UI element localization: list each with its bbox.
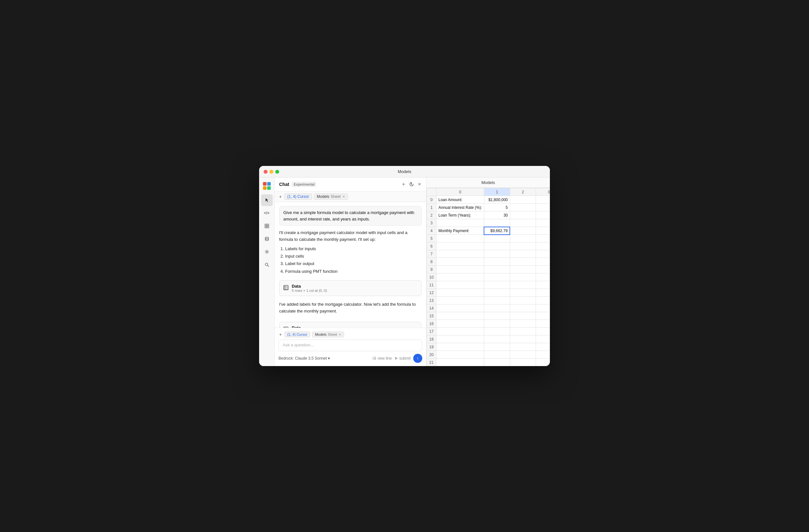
cell-5-3[interactable] [536,235,550,243]
cell-12-1[interactable] [484,289,510,297]
cell-0-3[interactable] [536,196,550,204]
cell-16-0[interactable] [436,320,484,327]
cell-2-2[interactable] [510,211,536,219]
cell-9-3[interactable] [536,266,550,273]
cell-5-1[interactable] [484,235,510,243]
cell-16-3[interactable] [536,320,550,327]
cell-4-2[interactable] [510,227,536,235]
cell-15-1[interactable] [484,312,510,320]
cell-13-3[interactable] [536,297,550,304]
cell-10-3[interactable] [536,273,550,281]
close-dot[interactable] [264,170,268,174]
sidebar-item-search[interactable] [261,259,273,270]
cell-6-3[interactable] [536,243,550,250]
cell-20-2[interactable] [510,351,536,359]
cell-13-1[interactable] [484,297,510,304]
cell-2-1[interactable]: 30 [484,211,510,219]
cell-0-2[interactable] [510,196,536,204]
cell-19-1[interactable] [484,343,510,351]
cell-9-2[interactable] [510,266,536,273]
cell-7-0[interactable] [436,250,484,258]
cell-3-3[interactable] [536,219,550,227]
cell-19-2[interactable] [510,343,536,351]
cell-14-3[interactable] [536,304,550,312]
model-selector[interactable]: Bedrock: Claude 3.5 Sonnet ▾ [278,356,330,360]
cell-4-3[interactable] [536,227,550,235]
cell-18-1[interactable] [484,335,510,343]
cell-17-3[interactable] [536,327,550,335]
cell-15-3[interactable] [536,312,550,320]
cell-17-1[interactable] [484,327,510,335]
data-card-2[interactable]: Data 5 rows × 1 col at (1, 0) [279,322,421,327]
cell-17-2[interactable] [510,327,536,335]
input-remove-context-button[interactable]: × [339,333,341,336]
cell-15-0[interactable] [436,312,484,320]
cell-8-1[interactable] [484,258,510,266]
cell-20-1[interactable] [484,351,510,359]
cell-6-0[interactable] [436,243,484,250]
minimize-dot[interactable] [270,170,273,174]
chat-history-button[interactable] [408,181,415,188]
cell-1-3[interactable] [536,204,550,211]
cell-11-3[interactable] [536,281,550,289]
remove-context-button[interactable]: × [343,194,345,199]
cell-21-2[interactable] [510,359,536,367]
cell-21-0[interactable] [436,359,484,367]
cell-14-0[interactable] [436,304,484,312]
cell-18-2[interactable] [510,335,536,343]
cell-2-3[interactable] [536,211,550,219]
cell-16-1[interactable] [484,320,510,327]
cell-19-3[interactable] [536,343,550,351]
cell-16-2[interactable] [510,320,536,327]
add-chat-button[interactable]: + [401,181,406,188]
cell-7-3[interactable] [536,250,550,258]
cell-14-1[interactable] [484,304,510,312]
col-header-1[interactable]: 1 [484,188,510,196]
cell-20-0[interactable] [436,351,484,359]
cell-7-1[interactable] [484,250,510,258]
cell-4-0[interactable]: Monthly Payment: [436,227,484,235]
cell-5-2[interactable] [510,235,536,243]
cell-8-3[interactable] [536,258,550,266]
cell-18-0[interactable] [436,335,484,343]
close-chat-button[interactable]: × [417,181,421,188]
cell-0-1[interactable]: $1,800,000 [484,196,510,204]
cell-14-2[interactable] [510,304,536,312]
cell-1-0[interactable]: Annual Interest Rate (%): [436,204,484,211]
col-header-0[interactable]: 0 [436,188,484,196]
cell-5-0[interactable] [436,235,484,243]
sidebar-item-code[interactable]: </> [261,207,273,219]
cell-8-2[interactable] [510,258,536,266]
cell-1-2[interactable] [510,204,536,211]
add-context-button[interactable]: + [278,193,282,200]
cell-15-2[interactable] [510,312,536,320]
cell-10-1[interactable] [484,273,510,281]
cell-6-1[interactable] [484,243,510,250]
cell-21-3[interactable] [536,359,550,367]
cell-8-0[interactable] [436,258,484,266]
cell-3-0[interactable] [436,219,484,227]
cell-3-2[interactable] [510,219,536,227]
chat-input-placeholder[interactable]: Ask a question... [278,340,422,351]
cell-1-1[interactable]: 5 [484,204,510,211]
cell-11-0[interactable] [436,281,484,289]
cell-10-2[interactable] [510,273,536,281]
cell-11-2[interactable] [510,281,536,289]
cell-13-2[interactable] [510,297,536,304]
sidebar-item-cursor[interactable] [261,194,273,206]
cell-12-3[interactable] [536,289,550,297]
cell-7-2[interactable] [510,250,536,258]
cell-12-2[interactable] [510,289,536,297]
cell-3-1[interactable] [484,219,510,227]
cell-13-0[interactable] [436,297,484,304]
cell-9-0[interactable] [436,266,484,273]
cell-11-1[interactable] [484,281,510,289]
cell-12-0[interactable] [436,289,484,297]
cell-19-0[interactable] [436,343,484,351]
col-header-3[interactable]: 3 [536,188,550,196]
cell-9-1[interactable] [484,266,510,273]
sidebar-item-settings[interactable] [261,246,273,258]
sidebar-item-grid[interactable] [261,220,273,232]
cell-20-3[interactable] [536,351,550,359]
cell-17-0[interactable] [436,327,484,335]
